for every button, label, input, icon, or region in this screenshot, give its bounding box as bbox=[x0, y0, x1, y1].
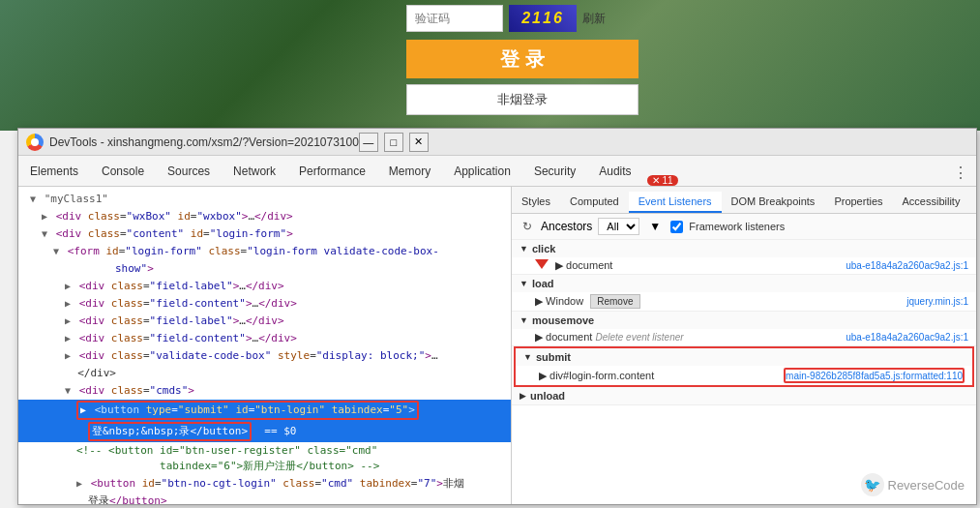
load-event-link[interactable]: jquery.min.js:1 bbox=[906, 296, 968, 307]
mousemove-event-source: ▶ document bbox=[535, 331, 592, 343]
expand-icon[interactable] bbox=[65, 350, 71, 361]
element-line[interactable]: <div class="field-content">…</div> bbox=[18, 295, 511, 313]
comment-line[interactable]: <!-- <button id="btn-user-register" clas… bbox=[18, 442, 511, 475]
ancestors-label: Ancestors bbox=[541, 220, 592, 233]
load-event-item[interactable]: ▶ Window Remove jquery.min.js:1 bbox=[512, 292, 976, 311]
unload-event-header[interactable]: ▶ unload bbox=[512, 387, 976, 404]
element-line[interactable]: <div class="wxBox" id="wxbox">…</div> bbox=[18, 208, 511, 225]
devtools-titlebar: DevTools - xinshangmeng.com/xsm2/?Versio… bbox=[18, 129, 976, 156]
selected-element-line[interactable]: ▶ <button type="submit" id="btn-login" t… bbox=[18, 400, 511, 421]
expand-icon[interactable] bbox=[53, 246, 59, 256]
load-event-source: ▶ Window bbox=[535, 295, 583, 307]
captcha-image: 2116 bbox=[509, 5, 577, 32]
elements-panel[interactable]: "myClass1" <div class="wxBox" id="wxbox"… bbox=[18, 187, 512, 504]
tab-event-listeners[interactable]: Event Listeners bbox=[629, 192, 722, 213]
element-line[interactable]: 登录</button> bbox=[18, 493, 511, 504]
expand-icon[interactable] bbox=[65, 298, 71, 309]
element-line[interactable]: <div class="cmds"> bbox=[18, 382, 511, 400]
click-event-header[interactable]: ▼ click bbox=[512, 240, 976, 257]
unload-event-section: ▶ unload bbox=[512, 387, 976, 405]
no-smoke-button[interactable]: 非烟登录 bbox=[406, 84, 638, 115]
refresh-icon[interactable]: ↻ bbox=[520, 219, 535, 234]
tab-security[interactable]: Security bbox=[522, 159, 587, 186]
element-line[interactable]: <form id="login-form" class="login-form … bbox=[18, 243, 511, 260]
element-line[interactable]: <div class="field-label">…</div> bbox=[18, 313, 511, 330]
captcha-input[interactable] bbox=[406, 5, 503, 32]
minimize-button[interactable]: — bbox=[359, 133, 378, 152]
click-event-item[interactable]: ▶ document uba-e18a4a2a260ac9a2.js:1 bbox=[512, 257, 976, 274]
right-panel: Styles Computed Event Listeners DOM Brea… bbox=[512, 187, 976, 504]
tab-memory[interactable]: Memory bbox=[377, 159, 442, 186]
more-options-button[interactable]: ⋮ bbox=[945, 160, 976, 186]
tab-styles[interactable]: Styles bbox=[512, 192, 560, 213]
load-event-section: ▼ load ▶ Window Remove jquery.min.js:1 bbox=[512, 275, 976, 312]
element-line[interactable]: <div class="validate-code-box" style="di… bbox=[18, 347, 511, 365]
click-event-type: click bbox=[532, 243, 555, 254]
expand-icon[interactable] bbox=[30, 194, 36, 204]
devtools-body: "myClass1" <div class="wxBox" id="wxbox"… bbox=[18, 187, 976, 504]
load-event-header[interactable]: ▼ load bbox=[512, 275, 976, 292]
element-line[interactable]: <button id="btn-no-cgt-login" class="cmd… bbox=[18, 475, 511, 493]
load-event-type: load bbox=[532, 278, 554, 289]
click-event-link[interactable]: uba-e18a4a2a260ac9a2.js:1 bbox=[846, 260, 968, 271]
watermark-icon: 🐦 bbox=[861, 473, 884, 496]
submit-event-link[interactable]: main-9826b285f8fad5a5.js:formatted:110 bbox=[786, 371, 963, 381]
expand-icon[interactable] bbox=[42, 228, 47, 239]
element-line[interactable]: show"> bbox=[18, 260, 511, 278]
expand-icon[interactable]: ▶ bbox=[80, 404, 86, 415]
click-expand-icon: ▼ bbox=[520, 244, 528, 254]
submit-event-item[interactable]: ▶ div#login-form.content main-9826b285f8… bbox=[516, 366, 972, 385]
expand-icon[interactable] bbox=[42, 211, 47, 222]
expand-icon[interactable] bbox=[65, 385, 71, 396]
submit-file-link-box: main-9826b285f8fad5a5.js:formatted:110 bbox=[784, 368, 965, 383]
tab-console[interactable]: Console bbox=[90, 159, 156, 186]
mousemove-event-header[interactable]: ▼ mousemove bbox=[512, 312, 976, 329]
selected-element-line-2[interactable]: 登&nbsp;&nbsp;录</button> == $0 bbox=[18, 421, 511, 442]
tab-performance[interactable]: Performance bbox=[287, 159, 377, 186]
refresh-button[interactable]: 刷新 bbox=[582, 11, 606, 27]
close-button[interactable]: ✕ bbox=[409, 133, 429, 152]
event-toolbar: ↻ Ancestors All ▼ Framework listeners bbox=[512, 214, 976, 240]
window-controls: — □ ✕ bbox=[359, 133, 429, 152]
submit-event-source: ▶ div#login-form.content bbox=[539, 370, 654, 381]
tab-sources[interactable]: Sources bbox=[156, 159, 222, 186]
watermark-text: ReverseCode bbox=[888, 478, 965, 493]
framework-checkbox[interactable] bbox=[670, 221, 683, 233]
expand-icon[interactable] bbox=[65, 281, 71, 291]
submit-event-header[interactable]: ▼ submit bbox=[516, 348, 972, 366]
devtools-title: DevTools - xinshangmeng.com/xsm2/?Versio… bbox=[49, 135, 359, 149]
maximize-button[interactable]: □ bbox=[384, 133, 403, 152]
submit-event-section: ▼ submit ▶ div#login-form.content main-9… bbox=[514, 346, 974, 387]
tab-network[interactable]: Network bbox=[222, 159, 287, 186]
tab-application[interactable]: Application bbox=[442, 159, 522, 186]
mousemove-event-section: ▼ mousemove ▶ document Delete event list… bbox=[512, 312, 976, 346]
tab-audits[interactable]: Audits bbox=[587, 159, 642, 186]
mousemove-event-link[interactable]: uba-e18a4a2a260ac9a2.js:1 bbox=[846, 332, 968, 343]
ancestors-dropdown[interactable]: All bbox=[598, 218, 639, 235]
framework-listeners-label: Framework listeners bbox=[689, 221, 785, 232]
login-button[interactable]: 登 录 bbox=[406, 40, 638, 78]
expand-icon[interactable] bbox=[76, 478, 82, 489]
tab-dom-breakpoints[interactable]: DOM Breakpoints bbox=[722, 192, 825, 213]
mousemove-expand-icon: ▼ bbox=[520, 315, 528, 325]
mousemove-event-item[interactable]: ▶ document Delete event listener uba-e18… bbox=[512, 329, 976, 345]
captcha-row: 2116 刷新 bbox=[406, 5, 668, 32]
element-line[interactable]: <div class="field-label">…</div> bbox=[18, 278, 511, 295]
tab-properties[interactable]: Properties bbox=[824, 192, 892, 213]
element-line[interactable]: <div class="content" id="login-form"> bbox=[18, 225, 511, 243]
element-line[interactable]: <div class="field-content">…</div> bbox=[18, 330, 511, 347]
unload-event-type: unload bbox=[530, 390, 565, 402]
tab-elements[interactable]: Elements bbox=[18, 159, 90, 186]
chrome-icon bbox=[26, 134, 44, 151]
watermark: 🐦 ReverseCode bbox=[861, 473, 965, 496]
expand-icon[interactable] bbox=[65, 315, 71, 326]
tab-computed[interactable]: Computed bbox=[560, 192, 629, 213]
delete-hint: Delete event listener bbox=[595, 332, 683, 343]
expand-icon[interactable] bbox=[65, 333, 71, 344]
element-line[interactable]: "myClass1" bbox=[18, 191, 511, 208]
error-badge: ✕ 11 bbox=[647, 175, 678, 186]
submit-expand-icon: ▼ bbox=[523, 352, 532, 362]
tab-accessibility[interactable]: Accessibility bbox=[893, 192, 970, 213]
remove-button[interactable]: Remove bbox=[590, 294, 639, 309]
element-line[interactable]: </div> bbox=[18, 365, 511, 382]
